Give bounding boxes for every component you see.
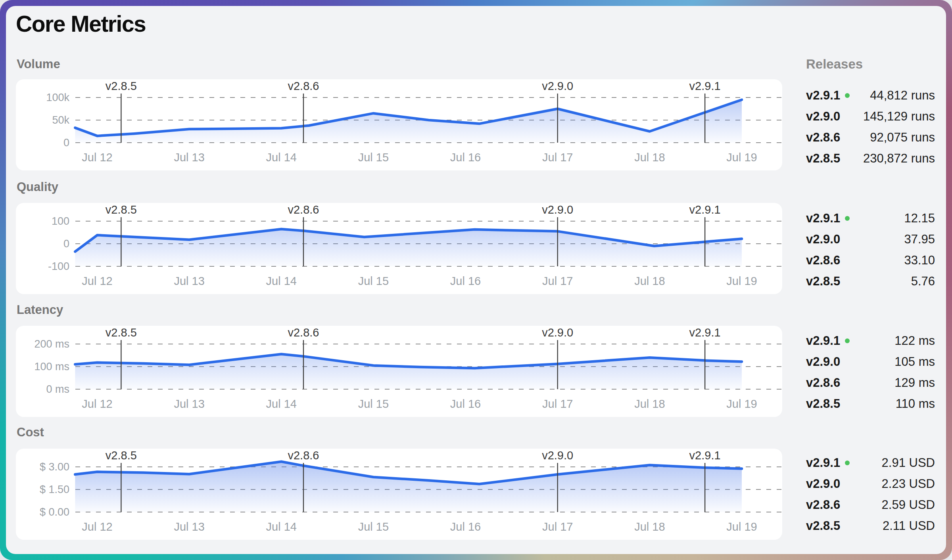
x-axis-tick-label: Jul 15 [358, 151, 389, 164]
release-version: v2.8.5 [806, 519, 840, 533]
chart-area-fill [75, 354, 742, 389]
release-marker-label: v2.9.0 [542, 80, 573, 92]
chart-area-fill [75, 462, 742, 512]
x-axis-tick-label: Jul 16 [450, 398, 481, 410]
release-value: 230,872 runs [863, 151, 935, 166]
release-version: v2.9.0 [806, 109, 840, 124]
release-marker-label: v2.8.5 [106, 449, 137, 462]
volume-chart: 100k50k0v2.8.5v2.8.6v2.9.0v2.9.1Jul 12Ju… [16, 79, 782, 170]
release-value: 145,129 runs [863, 109, 935, 124]
release-marker-label: v2.8.5 [106, 203, 137, 216]
release-version: v2.9.0 [806, 477, 840, 491]
x-axis-tick-label: Jul 15 [358, 398, 389, 410]
y-axis-tick-label: 0 ms [46, 383, 69, 395]
release-value: 110 ms [896, 397, 935, 411]
release-marker-label: v2.8.6 [288, 326, 319, 339]
x-axis-tick-label: Jul 14 [266, 398, 297, 410]
x-axis-tick-label: Jul 16 [450, 275, 481, 287]
y-axis-tick-label: 100 ms [34, 361, 69, 373]
release-marker-label: v2.8.5 [106, 326, 137, 339]
dashboard-panel: Core Metrics Volume 100k50k0v2.8.5v2.8.6… [6, 6, 946, 554]
release-version: v2.8.6 [806, 253, 840, 268]
release-row: v2.9.144,812 runs [806, 85, 935, 106]
x-axis-tick-label: Jul 13 [174, 275, 204, 287]
release-row: v2.8.5110 ms [806, 394, 935, 415]
releases-panel-title: Releases [806, 57, 863, 72]
releases-group-quality: v2.9.112.15v2.9.037.95v2.8.633.10v2.8.55… [806, 208, 935, 292]
x-axis-tick-label: Jul 14 [266, 275, 297, 287]
release-version: v2.8.5 [806, 274, 840, 289]
release-version: v2.9.0 [806, 232, 840, 247]
quality-chart: 1000-100v2.8.5v2.8.6v2.9.0v2.9.1Jul 12Ju… [16, 203, 782, 294]
release-value: 5.76 [911, 274, 935, 289]
release-marker-label: v2.9.1 [689, 80, 721, 92]
release-marker-label: v2.9.1 [689, 449, 721, 462]
release-version: v2.8.6 [806, 376, 840, 390]
release-row: v2.8.5230,872 runs [806, 148, 935, 169]
x-axis-tick-label: Jul 19 [726, 520, 757, 533]
y-axis-tick-label: $ 0.00 [40, 506, 69, 518]
x-axis-tick-label: Jul 17 [542, 520, 573, 533]
x-axis-tick-label: Jul 19 [726, 398, 757, 410]
release-row: v2.8.6129 ms [806, 372, 935, 393]
release-value: 92,075 runs [870, 130, 935, 145]
cost-chart: $ 3.00$ 1.50$ 0.00v2.8.5v2.8.6v2.9.0v2.9… [16, 449, 782, 540]
release-value: 2.91 USD [882, 456, 935, 470]
releases-group-volume: v2.9.144,812 runsv2.9.0145,129 runsv2.8.… [806, 85, 935, 169]
release-value: 44,812 runs [870, 88, 935, 103]
release-marker-label: v2.8.6 [288, 449, 319, 462]
section-heading-cost: Cost [17, 425, 44, 440]
y-axis-tick-label: 0 [63, 238, 69, 250]
y-axis-tick-label: 0 [63, 137, 69, 149]
release-marker-label: v2.9.1 [689, 326, 721, 339]
release-row: v2.8.692,075 runs [806, 127, 935, 148]
volume-chart-card: 100k50k0v2.8.5v2.8.6v2.9.0v2.9.1Jul 12Ju… [16, 79, 782, 170]
release-version: v2.8.6 [806, 130, 840, 145]
y-axis-tick-label: 100 [52, 215, 69, 227]
release-marker-label: v2.8.5 [106, 80, 137, 92]
gradient-frame: Core Metrics Volume 100k50k0v2.8.5v2.8.6… [0, 0, 952, 560]
x-axis-tick-label: Jul 16 [450, 520, 481, 533]
release-value: 12.15 [904, 211, 935, 226]
x-axis-tick-label: Jul 16 [450, 151, 481, 164]
y-axis-tick-label: -100 [48, 260, 69, 272]
current-release-dot [845, 216, 850, 221]
x-axis-tick-label: Jul 18 [634, 151, 665, 164]
release-version: v2.9.1 [806, 211, 850, 226]
releases-group-cost: v2.9.12.91 USDv2.9.02.23 USDv2.8.62.59 U… [806, 452, 935, 537]
release-version: v2.9.1 [806, 88, 850, 103]
current-release-dot [845, 93, 850, 98]
release-marker-label: v2.9.0 [542, 449, 573, 462]
x-axis-tick-label: Jul 19 [726, 275, 757, 287]
release-row: v2.8.62.59 USD [806, 494, 935, 515]
current-release-dot [845, 338, 850, 343]
x-axis-tick-label: Jul 17 [542, 275, 573, 287]
x-axis-tick-label: Jul 12 [82, 520, 112, 533]
release-version: v2.8.6 [806, 498, 840, 512]
latency-chart-card: 200 ms100 ms0 msv2.8.5v2.8.6v2.9.0v2.9.1… [16, 326, 782, 417]
x-axis-tick-label: Jul 12 [82, 151, 112, 164]
x-axis-tick-label: Jul 14 [266, 520, 297, 533]
release-version: v2.9.1 [806, 456, 850, 470]
x-axis-tick-label: Jul 15 [358, 520, 389, 533]
x-axis-tick-label: Jul 17 [542, 151, 573, 164]
x-axis-tick-label: Jul 13 [174, 398, 204, 410]
release-value: 37.95 [904, 232, 935, 247]
x-axis-tick-label: Jul 15 [358, 275, 389, 287]
release-marker-label: v2.9.0 [542, 326, 573, 339]
y-axis-tick-label: 100k [46, 92, 69, 103]
release-marker-label: v2.8.6 [288, 203, 319, 216]
x-axis-tick-label: Jul 13 [174, 151, 204, 164]
section-heading-quality: Quality [17, 180, 58, 194]
section-heading-latency: Latency [17, 303, 63, 317]
cost-chart-card: $ 3.00$ 1.50$ 0.00v2.8.5v2.8.6v2.9.0v2.9… [16, 449, 782, 540]
release-row: v2.9.12.91 USD [806, 452, 935, 473]
release-value: 2.59 USD [882, 498, 935, 512]
y-axis-tick-label: 50k [52, 114, 69, 126]
y-axis-tick-label: $ 1.50 [40, 484, 69, 495]
x-axis-tick-label: Jul 12 [82, 275, 112, 287]
release-value: 129 ms [894, 376, 935, 390]
x-axis-tick-label: Jul 14 [266, 151, 297, 164]
x-axis-tick-label: Jul 13 [174, 520, 204, 533]
release-marker-label: v2.9.1 [689, 203, 721, 216]
